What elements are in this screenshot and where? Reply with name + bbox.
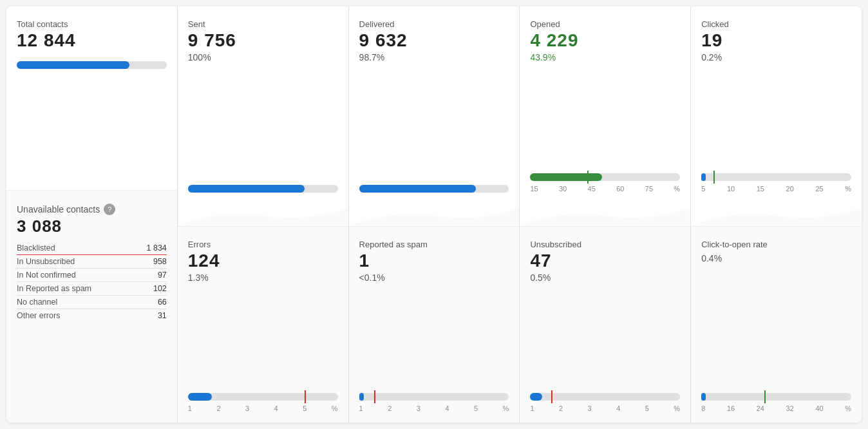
panel-top-sent: Sent 9 756 100% — [178, 6, 348, 203]
errors-bar-area: 12345% — [188, 393, 338, 412]
card-delivered: Delivered 9 632 98.7% Reported as spam 1… — [349, 6, 520, 423]
unsub-bar-track — [530, 393, 680, 401]
sent-bar-area — [188, 185, 338, 193]
card-clicked: Clicked 19 0.2% 510152025% Click-to-open… — [691, 6, 862, 423]
delivered-label: Delivered — [359, 19, 509, 29]
stat-rows: Blacklisted 1 834 In Unsubscribed 958 In… — [17, 242, 167, 322]
wave-sep-clicked — [691, 203, 862, 226]
errors-bar-marker — [305, 390, 306, 403]
unsub-bar-marker — [551, 390, 552, 403]
sent-bar-fill — [188, 185, 305, 193]
wave-sep-opened — [520, 203, 690, 226]
unsub-pct: 0.5% — [530, 272, 680, 283]
stat-row-blacklisted: Blacklisted 1 834 — [17, 242, 167, 255]
delivered-value: 9 632 — [359, 30, 509, 51]
clicked-label: Clicked — [701, 19, 851, 29]
total-contacts-bar-fill — [17, 61, 129, 69]
sent-value: 9 756 — [188, 30, 338, 51]
panel-bottom-spam: Reported as spam 1 <0.1% 12345% — [349, 226, 520, 423]
opened-tick-labels: 1530456075% — [530, 185, 680, 193]
stat-count: 97 — [158, 271, 167, 280]
unsub-value: 47 — [530, 251, 680, 271]
wave-sep-delivered — [349, 203, 520, 226]
stat-row-not-confirmed: In Not confirmed 97 — [17, 269, 167, 282]
delivered-bar-area — [359, 185, 509, 193]
sent-pct: 100% — [188, 52, 338, 62]
card-sent: Sent 9 756 100% Errors 124 1.3% — [178, 6, 349, 423]
card-total-contacts: Total contacts 12 844 Unavailable contac… — [6, 6, 178, 423]
cto-bar-area: 816243240% — [701, 393, 851, 412]
opened-label: Opened — [530, 19, 680, 29]
panel-bottom-total: Unavailable contacts ? 3 088 Blacklisted… — [6, 190, 177, 423]
errors-bar-track — [188, 393, 338, 401]
cto-pct: 0.4% — [701, 253, 851, 263]
unavail-value: 3 088 — [17, 216, 167, 236]
stat-count: 31 — [158, 311, 167, 320]
panel-bottom-cto: Click-to-open rate 0.4% 816243240% — [691, 226, 862, 423]
delivered-bar-track — [359, 185, 509, 193]
panel-bottom-unsub: Unsubscribed 47 0.5% 12345% — [520, 226, 690, 423]
stat-count: 102 — [153, 284, 167, 293]
stat-name: In Unsubscribed — [17, 257, 75, 266]
stat-name: No channel — [17, 298, 57, 307]
total-contacts-bar-track — [17, 61, 167, 69]
stat-name: Blacklisted — [17, 243, 55, 253]
panel-top-opened: Opened 4 229 43.9% 1530456075% — [520, 6, 690, 203]
opened-bar-track — [530, 173, 680, 181]
stat-name: In Not confirmed — [17, 271, 76, 280]
errors-pct: 1.3% — [188, 272, 338, 283]
sent-bar-track — [188, 185, 338, 193]
clicked-bar-marker — [713, 171, 715, 184]
delivered-pct: 98.7% — [359, 52, 509, 62]
stat-row-reported-spam: In Reported as spam 102 — [17, 282, 167, 296]
opened-bar-area: 1530456075% — [530, 173, 680, 193]
sent-label: Sent — [188, 19, 338, 29]
total-contacts-label: Total contacts — [17, 19, 167, 29]
unsub-label: Unsubscribed — [530, 240, 680, 249]
clicked-bar-fill — [701, 173, 706, 181]
clicked-bar-track — [701, 173, 851, 181]
total-contacts-bar-area — [17, 61, 167, 69]
stat-count: 958 — [153, 257, 167, 266]
unsub-bar-fill — [530, 393, 542, 401]
panel-top-total: Total contacts 12 844 — [6, 6, 177, 190]
errors-label: Errors — [188, 240, 338, 249]
total-contacts-value: 12 844 — [17, 30, 167, 51]
clicked-tick-labels: 510152025% — [701, 185, 851, 193]
panel-top-clicked: Clicked 19 0.2% 510152025% — [691, 6, 862, 203]
stat-count: 66 — [158, 298, 167, 307]
stat-name: Other errors — [17, 311, 60, 320]
cto-tick-labels: 816243240% — [701, 405, 851, 412]
clicked-value: 19 — [701, 30, 851, 51]
spam-pct: <0.1% — [359, 272, 509, 283]
stat-row-other-errors: Other errors 31 — [17, 309, 167, 322]
spam-bar-marker — [374, 390, 375, 403]
spam-bar-track — [359, 393, 509, 401]
cto-bar-marker — [764, 390, 766, 403]
spam-bar-fill — [359, 393, 364, 401]
unsub-bar-area: 12345% — [530, 393, 680, 412]
opened-bar-marker — [587, 171, 589, 184]
cto-label: Click-to-open rate — [701, 240, 851, 249]
unsub-tick-labels: 12345% — [530, 405, 680, 412]
help-icon[interactable]: ? — [104, 204, 115, 215]
spam-label: Reported as spam — [359, 240, 509, 249]
spam-bar-area: 12345% — [359, 393, 509, 412]
opened-value: 4 229 — [530, 30, 680, 51]
stat-row-no-channel: No channel 66 — [17, 296, 167, 309]
dashboard: Total contacts 12 844 Unavailable contac… — [6, 6, 862, 423]
unavail-label: Unavailable contacts ? — [17, 204, 167, 215]
panel-bottom-errors: Errors 124 1.3% 12345% — [178, 226, 348, 423]
spam-tick-labels: 12345% — [359, 405, 509, 412]
clicked-pct: 0.2% — [701, 52, 851, 62]
opened-bar-fill — [530, 173, 602, 181]
errors-tick-labels: 12345% — [188, 405, 338, 412]
delivered-bar-fill — [359, 185, 476, 193]
errors-value: 124 — [188, 251, 338, 271]
cto-bar-track — [701, 393, 851, 401]
wave-sep-sent — [178, 203, 348, 226]
spam-value: 1 — [359, 251, 509, 271]
clicked-bar-area: 510152025% — [701, 173, 851, 193]
stat-count: 1 834 — [147, 243, 167, 253]
stat-name: In Reported as spam — [17, 284, 91, 293]
